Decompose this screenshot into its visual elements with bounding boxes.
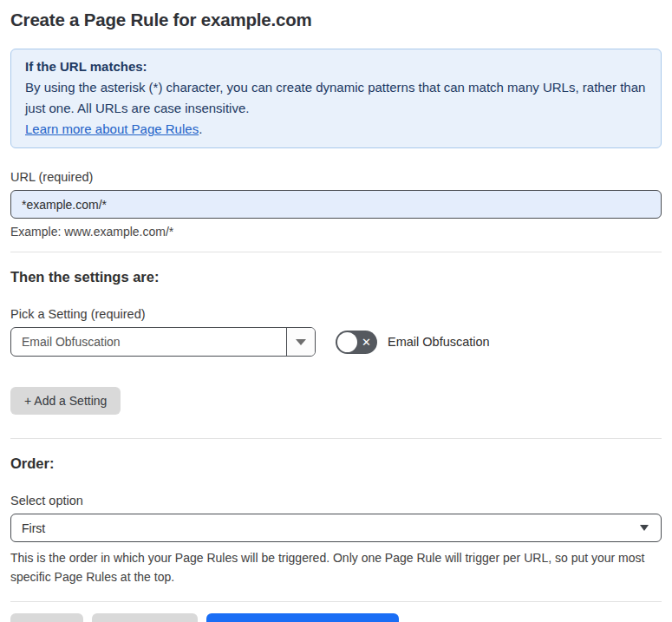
url-match-info-box: If the URL matches: By using the asteris… bbox=[10, 49, 662, 148]
setting-dropdown-value: Email Obfuscation bbox=[11, 328, 286, 356]
page-title: Create a Page Rule for example.com bbox=[10, 10, 662, 30]
setting-dropdown[interactable]: Email Obfuscation bbox=[10, 327, 316, 357]
email-obfuscation-toggle-group: ✕ Email Obfuscation bbox=[336, 331, 490, 354]
order-select-value: First bbox=[22, 521, 45, 535]
email-obfuscation-toggle[interactable]: ✕ bbox=[336, 331, 377, 354]
chevron-down-icon bbox=[640, 525, 649, 531]
order-section-heading: Order: bbox=[10, 455, 662, 472]
chevron-down-icon bbox=[296, 339, 306, 345]
divider bbox=[10, 438, 662, 439]
info-box-heading: If the URL matches: bbox=[25, 56, 647, 77]
toggle-off-x-icon: ✕ bbox=[362, 331, 371, 354]
toggle-label: Email Obfuscation bbox=[388, 335, 490, 349]
link-suffix: . bbox=[199, 121, 202, 136]
save-as-draft-button[interactable]: Save as Draft bbox=[92, 613, 199, 622]
divider bbox=[10, 252, 662, 252]
cancel-button[interactable]: Cancel bbox=[10, 613, 83, 622]
save-and-deploy-button[interactable]: Save and Deploy Page Rule bbox=[206, 613, 399, 622]
setting-dropdown-arrow-button[interactable] bbox=[286, 328, 315, 356]
pick-setting-label: Pick a Setting (required) bbox=[10, 307, 662, 321]
settings-section-heading: Then the settings are: bbox=[10, 269, 662, 285]
order-select[interactable]: First bbox=[10, 514, 662, 542]
info-box-link-line: Learn more about Page Rules. bbox=[25, 119, 647, 140]
setting-row: Email Obfuscation ✕ Email Obfuscation bbox=[10, 327, 662, 357]
learn-more-link[interactable]: Learn more about Page Rules bbox=[25, 121, 199, 136]
add-setting-button[interactable]: + Add a Setting bbox=[10, 387, 121, 415]
page-rule-form: Create a Page Rule for example.com If th… bbox=[0, 10, 672, 622]
order-select-label: Select option bbox=[10, 494, 662, 507]
order-helper-text: This is the order in which your Page Rul… bbox=[10, 548, 662, 586]
url-input[interactable] bbox=[10, 190, 662, 219]
toggle-knob bbox=[337, 332, 357, 352]
info-box-body: By using the asterisk (*) character, you… bbox=[25, 77, 647, 119]
url-example-text: Example: www.example.com/* bbox=[10, 225, 662, 239]
url-field-label: URL (required) bbox=[10, 170, 662, 184]
divider bbox=[10, 601, 662, 602]
footer-actions: Cancel Save as Draft Save and Deploy Pag… bbox=[10, 613, 662, 622]
